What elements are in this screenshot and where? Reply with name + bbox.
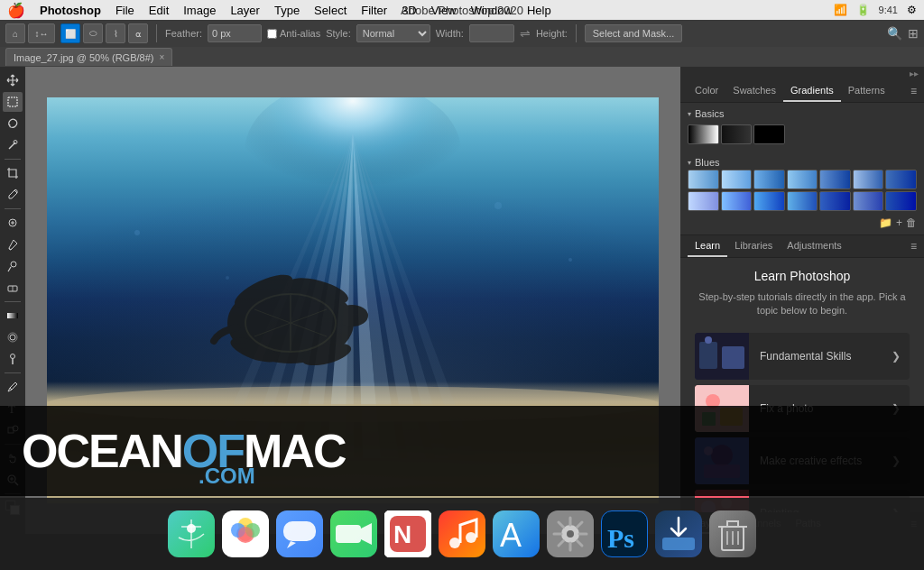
swatches-tab[interactable]: Swatches [725, 80, 783, 102]
tool-pen[interactable] [3, 377, 23, 397]
workspace-icon[interactable]: ⊞ [908, 26, 919, 41]
blue-swatch-5[interactable] [819, 170, 851, 189]
dock-downloads[interactable] [653, 509, 704, 559]
blue-swatch-11[interactable] [787, 191, 818, 211]
dock-maps[interactable] [166, 509, 217, 559]
blue-swatch-10[interactable] [753, 191, 785, 211]
grad-swatch-dark[interactable] [721, 124, 753, 144]
control-center-icon[interactable]: ⚙ [907, 4, 917, 16]
feather-input[interactable] [208, 24, 262, 42]
tool-brush[interactable] [3, 234, 23, 254]
dock-photos[interactable] [220, 509, 271, 559]
marquee-rect-btn[interactable]: ⬜ [60, 23, 80, 43]
blue-swatch-12[interactable] [819, 191, 851, 211]
blue-swatch-4[interactable] [787, 170, 818, 189]
learn-item-fundamental[interactable]: Fundamental Skills ❯ [695, 333, 910, 380]
marquee-ellipse-btn[interactable]: ⬭ [83, 23, 103, 43]
type-menu[interactable]: Type [274, 4, 300, 17]
tool-crop[interactable] [3, 163, 23, 183]
dock-system-prefs[interactable] [545, 509, 596, 559]
filter-menu[interactable]: Filter [361, 4, 387, 17]
dock-messages[interactable] [274, 509, 325, 559]
tool-magic-wand[interactable] [3, 135, 23, 155]
blue-swatch-13[interactable] [853, 191, 884, 211]
arrange-tool-btn[interactable]: ↕↔ [28, 23, 55, 43]
tool-lasso[interactable] [3, 114, 23, 133]
anti-alias-checkbox[interactable] [267, 29, 277, 39]
home-tool-btn[interactable]: ⌂ [5, 23, 25, 43]
grad-swatch-bw[interactable] [688, 124, 719, 144]
color-tab[interactable]: Color [688, 80, 725, 102]
layer-menu[interactable]: Layer [230, 4, 260, 17]
tool-clone-stamp[interactable] [3, 256, 23, 276]
window-title: Adobe Photoshop 2020 [401, 4, 523, 17]
svg-point-79 [567, 530, 574, 538]
grad-swatch-black[interactable] [753, 124, 785, 144]
learn-panel-menu-icon[interactable]: ≡ [910, 240, 917, 253]
blue-swatch-9[interactable] [721, 191, 753, 211]
select-mask-btn[interactable]: Select and Mask... [585, 24, 683, 42]
dock-music[interactable] [437, 509, 487, 559]
blue-swatch-3[interactable] [753, 170, 785, 189]
marquee-poly-btn[interactable]: ⍺ [128, 23, 148, 43]
dock-trash[interactable] [707, 509, 758, 559]
select-menu[interactable]: Select [314, 4, 346, 17]
gradients-tabs: Color Swatches Gradients Patterns ≡ [680, 80, 924, 103]
tool-dodge[interactable] [3, 349, 23, 369]
basics-header[interactable]: ▾ Basics [688, 106, 917, 121]
svg-point-41 [226, 276, 229, 280]
help-menu[interactable]: Help [527, 4, 551, 17]
blues-swatches-row2 [688, 191, 917, 211]
patterns-tab[interactable]: Patterns [841, 80, 892, 102]
search-icon[interactable]: 🔍 [887, 26, 902, 41]
tool-move[interactable] [3, 70, 23, 90]
grad-panel-menu-icon[interactable]: ≡ [910, 85, 917, 97]
marquee-lasso-btn[interactable]: ⌇ [106, 23, 125, 43]
blue-swatch-1[interactable] [688, 170, 719, 189]
tool-eyedropper[interactable] [3, 185, 23, 205]
dock-photoshop[interactable]: Ps [599, 509, 650, 559]
blue-swatch-8[interactable] [688, 191, 719, 211]
tool-healing[interactable] [3, 213, 23, 233]
style-select[interactable]: Normal Fixed Ratio Fixed Size [356, 24, 430, 42]
grad-delete-icon[interactable]: 🗑 [906, 216, 917, 229]
blue-swatch-6[interactable] [853, 170, 884, 189]
edit-menu[interactable]: Edit [149, 4, 169, 17]
panel-collapse-btn[interactable]: ▸▸ [908, 69, 920, 78]
width-input[interactable] [469, 24, 514, 42]
blue-swatch-14[interactable] [885, 191, 917, 211]
dock-facetime[interactable] [328, 509, 379, 559]
grad-new-icon[interactable]: + [896, 216, 902, 229]
tool-blur[interactable] [3, 327, 23, 347]
learn-tab[interactable]: Learn [688, 235, 727, 257]
adjustments-tab[interactable]: Adjustments [780, 235, 849, 257]
dock-appstore[interactable]: A [491, 509, 541, 559]
dock-news[interactable]: N [383, 509, 433, 559]
dock-bar: N A Ps [0, 498, 924, 570]
svg-point-76 [466, 532, 476, 543]
app-name-menu[interactable]: Photoshop [40, 4, 101, 17]
svg-point-43 [568, 258, 572, 262]
image-menu[interactable]: Image [183, 4, 216, 17]
libraries-tab[interactable]: Libraries [727, 235, 780, 257]
learn-title: Learn Photoshop [695, 269, 910, 283]
tool-group-nav: ⌂ ↕↔ [5, 23, 55, 43]
document-tab[interactable]: Image_27.jpg @ 50% (RGB/8#) × [5, 48, 172, 66]
grad-folder-icon[interactable]: 📁 [879, 216, 892, 229]
gradients-tab[interactable]: Gradients [783, 80, 841, 102]
svg-point-63 [187, 524, 196, 533]
doc-tab-close-btn[interactable]: × [159, 52, 164, 62]
anti-alias-label: Anti-alias [280, 28, 320, 39]
learn-thumb-fundamental [695, 333, 749, 380]
blue-swatch-7[interactable] [885, 170, 917, 189]
file-menu[interactable]: File [116, 4, 134, 17]
watermark-com: .COM [199, 464, 255, 489]
tool-eraser[interactable] [3, 278, 23, 298]
blues-header[interactable]: ▾ Blues [688, 155, 917, 170]
tool-marquee[interactable] [3, 92, 23, 112]
learn-item-fundamental-arrow: ❯ [892, 350, 910, 363]
apple-logo-icon[interactable]: 🍎 [7, 2, 25, 19]
blue-swatch-2[interactable] [721, 170, 753, 189]
tool-gradient[interactable] [3, 306, 23, 326]
tool-separator-3 [5, 301, 21, 302]
